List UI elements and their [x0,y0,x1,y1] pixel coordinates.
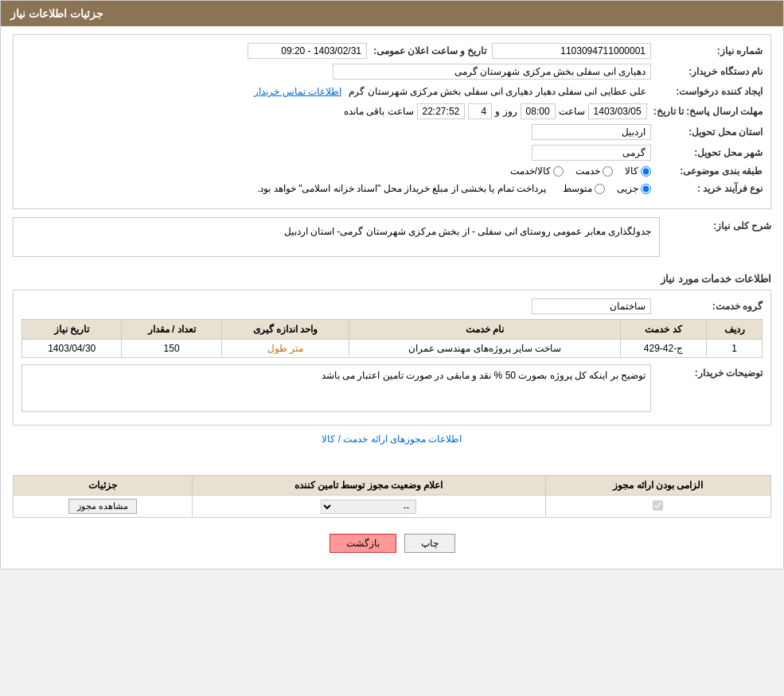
service-group-label: گروه خدمت: [651,301,763,312]
province-value: اردبیل [532,124,651,140]
purchase-type-label: نوع فرآیند خرید : [651,183,763,194]
buyer-org-row: نام دستگاه خریدار: دهیاری انی سفلی بخش م… [21,64,763,80]
city-label: شهر محل تحویل: [651,147,763,158]
need-number-label: شماره نیاز: [651,45,763,56]
province-label: استان محل تحویل: [651,126,763,138]
view-permit-button[interactable]: مشاهده مجوز [68,499,137,514]
deadline-days-label: روز و [495,106,517,117]
date-value: 1403/02/31 - 09:20 [248,43,367,59]
purchase-type-note: پرداخت تمام یا بخشی از مبلغ خریداز محل "… [252,181,551,196]
permits-table: الزامی بودن ارائه مجوز اعلام وضعیت مجوز … [13,475,771,518]
purchase-motavaset-item: متوسط [563,183,605,194]
category-label: طبقه بندی موضوعی: [651,165,763,177]
buyer-org-value: دهیاری انی سفلی بخش مرکزی شهرستان گرمی [333,64,651,80]
purchase-type-row: نوع فرآیند خرید : جزیی متوسط پرداخت تمام… [21,181,763,196]
category-kala-khadamat-label: کالا/خدمت [510,165,551,177]
deadline-time-label: ساعت [559,106,585,117]
city-value: گرمی [532,145,651,161]
cell-status: -- [192,496,545,518]
province-row: استان محل تحویل: اردبیل [21,124,763,140]
cell-unit: متر طول [221,340,349,358]
category-kala-khadamat-item: کالا/خدمت [510,165,564,177]
need-description-label: شرح کلی نیاز: [660,217,771,231]
buyer-notes-wrapper: توضیح بر اینکه کل پروژه بصورت 50 % نقد و… [21,364,651,412]
page-wrapper: جزئیات اطلاعات نیاز شماره نیاز: 11030947… [0,0,784,570]
permits-section-title: اطلاعات مجوزهای ارائه خدمت / کالا [13,434,771,445]
deadline-row: مهلت ارسال پاسخ: تا تاریخ: 1403/03/05 سا… [21,103,763,119]
page-title: جزئیات اطلاعات نیاز [10,7,103,20]
page-header: جزئیات اطلاعات نیاز [1,1,783,26]
services-table: ردیف کد خدمت نام خدمت واحد اندازه گیری ت… [21,319,763,358]
table-row: -- مشاهده مجوز [14,496,771,518]
cell-details: مشاهده مجوز [14,496,193,518]
buyer-org-label: نام دستگاه خریدار: [651,66,763,77]
purchase-jozi-item: جزیی [617,183,651,194]
category-radio-group: کالا خدمت کالا/خدمت [510,165,651,177]
need-description-row: شرح کلی نیاز: جدولگذاری معابر عمومی روست… [13,217,771,265]
category-kala-radio[interactable] [641,166,651,177]
cell-quantity: 150 [122,340,221,358]
creator-row: ایجاد کننده درخواست: علی عطایی انی سفلی … [21,84,763,99]
purchase-jozi-radio[interactable] [641,184,651,194]
purchase-type-radio-group: جزیی متوسط پرداخت تمام یا بخشی از مبلغ خ… [252,181,651,196]
service-group-row: گروه خدمت: ساختمان [21,298,763,314]
deadline-remaining: 22:27:52 [417,103,466,119]
col-details: جزئیات [14,476,193,496]
category-khadamat-item: خدمت [575,165,613,177]
buyer-notes-value: توضیح بر اینکه کل پروژه بصورت 50 % نقد و… [322,370,646,381]
main-info-section: شماره نیاز: 1103094711000001 تاریخ و ساع… [13,34,771,209]
need-number-value: 1103094711000001 [492,43,651,59]
cell-service-name: ساخت سایر پروژه‌های مهندسی عمران [349,340,621,358]
col-service-name: نام خدمت [349,320,621,340]
permits-table-header-row: الزامی بودن ارائه مجوز اعلام وضعیت مجوز … [14,476,771,496]
action-buttons-row: چاپ بازگشت [13,526,771,561]
purchase-jozi-label: جزیی [617,183,638,194]
need-description-box: جدولگذاری معابر عمومی روستای انی سفلی - … [13,217,660,257]
cell-service-code: ج-42-429 [621,340,707,358]
buyer-notes-box: توضیح بر اینکه کل پروژه بصورت 50 % نقد و… [21,364,651,412]
services-table-header-row: ردیف کد خدمت نام خدمت واحد اندازه گیری ت… [22,320,763,340]
service-group-value: ساختمان [532,298,651,314]
content-area: شماره نیاز: 1103094711000001 تاریخ و ساع… [1,26,783,569]
creator-link[interactable]: اطلاعات تماس خریدار [254,86,341,97]
cell-required [545,496,770,518]
deadline-days: 4 [468,103,492,119]
deadline-remaining-label: ساعت باقی مانده [344,106,414,117]
deadline-label: مهلت ارسال پاسخ: تا تاریخ: [647,106,763,117]
category-row: طبقه بندی موضوعی: کالا خدمت کالا/خدمت [21,165,763,177]
services-section-title: اطلاعات خدمات مورد نیاز [13,273,771,285]
deadline-date-row: 1403/03/05 ساعت 08:00 روز و 4 22:27:52 س… [344,103,647,119]
back-button[interactable]: بازگشت [330,534,396,553]
category-khadamat-radio[interactable] [603,166,613,177]
category-kala-item: کالا [625,165,651,177]
services-section: گروه خدمت: ساختمان ردیف کد خدمت نام خدمت… [13,290,771,426]
creator-value: علی عطایی انی سفلی دهیار دهیاری انی سفلی… [344,84,651,99]
buyer-notes-row: توضیحات خریدار: توضیح بر اینکه کل پروژه … [21,364,763,412]
cell-date: 1403/04/30 [22,340,122,358]
table-row: 1 ج-42-429 ساخت سایر پروژه‌های مهندسی عم… [22,340,763,358]
print-button[interactable]: چاپ [404,534,455,553]
need-description-value: جدولگذاری معابر عمومی روستای انی سفلی - … [284,226,651,237]
col-service-code: کد خدمت [621,320,707,340]
required-checkbox [653,500,663,511]
deadline-date: 1403/03/05 [588,103,647,119]
need-number-row: شماره نیاز: 1103094711000001 تاریخ و ساع… [21,43,763,59]
need-description-wrapper: جدولگذاری معابر عمومی روستای انی سفلی - … [13,217,660,265]
category-kala-label: کالا [625,165,638,177]
col-required: الزامی بودن ارائه مجوز [545,476,770,496]
col-date: تاریخ نیاز [22,320,122,340]
purchase-motavaset-radio[interactable] [595,184,605,194]
creator-label: ایجاد کننده درخواست: [651,86,763,97]
category-kala-khadamat-radio[interactable] [553,166,564,177]
col-quantity: تعداد / مقدار [122,320,221,340]
status-select[interactable]: -- [321,500,416,514]
category-khadamat-label: خدمت [575,165,600,177]
col-row-num: ردیف [707,320,763,340]
col-unit: واحد اندازه گیری [221,320,349,340]
col-status: اعلام وضعیت مجوز توسط تامین کننده [192,476,545,496]
deadline-time: 08:00 [521,103,556,119]
purchase-motavaset-label: متوسط [563,183,592,194]
city-row: شهر محل تحویل: گرمی [21,145,763,161]
cell-row-num: 1 [707,340,763,358]
date-label: تاریخ و ساعت اعلان عمومی: [367,45,486,56]
